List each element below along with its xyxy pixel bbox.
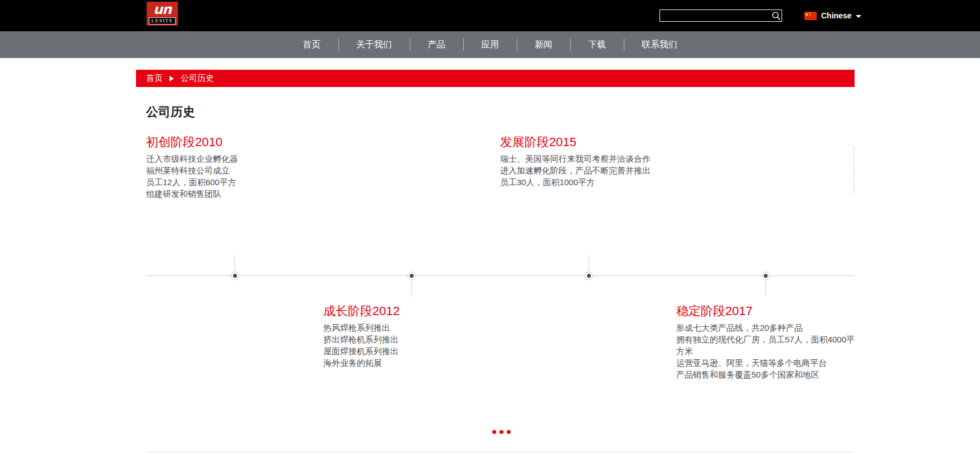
language-selector[interactable]: Chinese [804, 11, 861, 21]
timeline-stage-2012: 成长阶段2012 热风焊枪系列推出挤出焊枪机系列推出屋面焊接机系列推出海外业务的… [323, 303, 485, 369]
bottom-divider [146, 452, 854, 452]
stage-title: 发展阶段2015 [500, 134, 690, 150]
stage-line: 组建研发和销售团队 [146, 188, 291, 200]
stage-line: 迁入市级科技企业孵化器 [146, 153, 291, 165]
page: un LESITE [0, 0, 980, 454]
next-slide-dotted-line [853, 147, 855, 194]
search-input[interactable] [660, 10, 770, 21]
stage-line: 员工12人，面积600平方 [146, 176, 291, 188]
timeline-node-2010 [231, 272, 239, 280]
breadcrumb-arrow-icon [169, 76, 174, 81]
breadcrumb-home-link[interactable]: 首页 [146, 73, 163, 84]
timeline-connector [411, 281, 412, 296]
site-header: un LESITE [0, 0, 980, 31]
breadcrumb-current: 公司历史 [181, 73, 214, 84]
stage-title: 成长阶段2012 [323, 303, 485, 319]
nav-item[interactable]: 应用 [463, 31, 517, 58]
stage-line: 福州莱特科技公司成立 [146, 165, 291, 176]
stage-line: 拥有独立的现代化厂房，员工57人，面积4000平方米 [676, 334, 860, 357]
carousel-dot[interactable] [492, 430, 496, 434]
nav-item[interactable]: 联系我们 [624, 31, 695, 58]
chevron-down-icon [856, 15, 861, 18]
timeline-connector [765, 281, 766, 296]
stage-line: 瑞士、美国等同行来我司考察并洽谈合作 [500, 153, 690, 165]
stage-title: 稳定阶段2017 [676, 303, 860, 319]
stage-line: 挤出焊枪机系列推出 [323, 334, 485, 345]
logo-mark-icon: un [153, 2, 171, 17]
stage-line: 热风焊枪系列推出 [323, 322, 485, 334]
language-label: Chinese [821, 11, 851, 20]
breadcrumb: 首页 公司历史 [136, 70, 855, 87]
stage-line: 进入加速孵化阶段，产品不断完善并推出 [500, 165, 690, 176]
stage-line: 运营亚马逊、阿里，天猫等多个电商平台 [676, 357, 860, 369]
main-nav: 首页关于我们产品应用新闻下载联系我们 [0, 31, 980, 58]
main-nav-list: 首页关于我们产品应用新闻下载联系我们 [285, 31, 695, 58]
timeline-connector [588, 255, 589, 271]
company-logo[interactable]: un LESITE [147, 2, 178, 26]
nav-item[interactable]: 关于我们 [338, 31, 410, 58]
china-flag-icon [804, 12, 817, 20]
timeline-stage-2017: 稳定阶段2017 形成七大类产品线，共20多种产品拥有独立的现代化厂房，员工57… [676, 303, 860, 380]
search-icon [772, 11, 781, 21]
timeline-node-2017 [761, 272, 770, 280]
nav-item[interactable]: 新闻 [517, 31, 570, 58]
page-title: 公司历史 [146, 104, 195, 120]
stage-lines: 形成七大类产品线，共20多种产品拥有独立的现代化厂房，员工57人，面积4000平… [676, 322, 860, 380]
stage-title: 初创阶段2010 [146, 134, 291, 150]
search-box [659, 9, 782, 22]
stage-line: 产品销售和服务覆盖50多个国家和地区 [676, 369, 860, 380]
timeline-stage-2010: 初创阶段2010 迁入市级科技企业孵化器福州莱特科技公司成立员工12人，面积60… [146, 134, 291, 200]
timeline-stage-2015: 发展阶段2015 瑞士、美国等同行来我司考察并洽谈合作进入加速孵化阶段，产品不断… [500, 134, 690, 188]
search-button[interactable] [770, 10, 782, 21]
nav-item[interactable]: 首页 [285, 31, 338, 58]
timeline-connector [234, 255, 235, 271]
nav-item[interactable]: 产品 [410, 31, 463, 58]
carousel-dot[interactable] [499, 430, 503, 434]
stage-line: 屋面焊接机系列推出 [323, 345, 485, 357]
carousel-dot[interactable] [507, 430, 511, 434]
timeline-node-2012 [407, 272, 416, 280]
stage-lines: 瑞士、美国等同行来我司考察并洽谈合作进入加速孵化阶段，产品不断完善并推出员工30… [500, 153, 690, 188]
stage-line: 海外业务的拓展 [323, 357, 485, 369]
logo-brand-text: LESITE [149, 17, 176, 25]
stage-lines: 热风焊枪系列推出挤出焊枪机系列推出屋面焊接机系列推出海外业务的拓展 [323, 322, 485, 369]
nav-item[interactable]: 下载 [570, 31, 624, 58]
carousel-pagination [492, 430, 511, 434]
stage-line: 员工30人，面积1000平方 [500, 176, 690, 188]
timeline-node-2015 [585, 272, 593, 280]
stage-lines: 迁入市级科技企业孵化器福州莱特科技公司成立员工12人，面积600平方组建研发和销… [146, 153, 291, 200]
stage-line: 形成七大类产品线，共20多种产品 [676, 322, 860, 334]
timeline-axis [146, 276, 854, 276]
